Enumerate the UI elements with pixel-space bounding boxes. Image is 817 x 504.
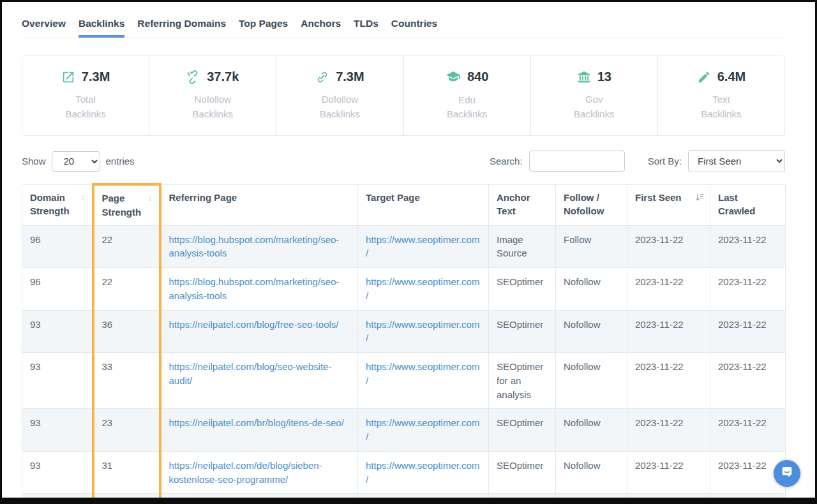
col-header-target-page[interactable]: Target Page bbox=[358, 184, 489, 225]
cell-anchor-text: SEOptimer bbox=[489, 494, 556, 504]
col-header-anchor-text[interactable]: Anchor Text bbox=[489, 184, 556, 225]
bank-icon bbox=[577, 70, 591, 84]
cell-domain-strength: 93 bbox=[22, 409, 93, 452]
cell-domain-strength: 93 bbox=[22, 494, 93, 504]
col-header-domain-strength[interactable]: Domain Strength ↓ bbox=[22, 184, 93, 225]
cell-domain-strength: 93 bbox=[22, 310, 93, 353]
page-size-control: Show 20 entries bbox=[22, 151, 135, 172]
backlinks-report-page: Overview Backlinks Referring Domains Top… bbox=[0, 0, 817, 504]
stat-label: Nofollow Backlinks bbox=[193, 93, 233, 121]
referring-page-link[interactable]: https://neilpatel.com/de/blog/sieben-kos… bbox=[169, 460, 322, 485]
table-row: 93 31 https://neilpatel.com/de/blog/sieb… bbox=[22, 451, 786, 494]
cell-first-seen: 2023-11-22 bbox=[627, 451, 710, 494]
cell-anchor-text: SEOptimer bbox=[489, 310, 556, 353]
col-header-first-seen[interactable]: First Seen bbox=[627, 184, 710, 225]
cell-anchor-text: SEOptimer bbox=[489, 409, 556, 452]
cell-anchor-text: SEOptimer bbox=[489, 451, 556, 494]
tab-top-pages[interactable]: Top Pages bbox=[239, 18, 288, 38]
cell-target-page: https://www.seoptimer.com/ bbox=[358, 268, 489, 311]
cell-page-strength: 33 bbox=[93, 353, 160, 409]
target-page-link[interactable]: https://www.seoptimer.com/ bbox=[366, 319, 479, 344]
cell-last-crawled: 2023-11-22 bbox=[710, 310, 786, 353]
target-page-link[interactable]: https://www.seoptimer.com/ bbox=[366, 361, 479, 386]
search-label: Search: bbox=[490, 156, 523, 167]
pencil-icon bbox=[697, 70, 711, 84]
cell-last-crawled: 2023-11-22 bbox=[710, 409, 786, 452]
tab-backlinks[interactable]: Backlinks bbox=[79, 18, 124, 38]
cell-follow: Nofollow bbox=[556, 353, 627, 409]
cell-referring-page: https://neilpatel.com/blog/seo-website-a… bbox=[160, 353, 358, 409]
col-header-follow-nofollow[interactable]: Follow / Nofollow bbox=[556, 184, 627, 225]
target-page-link[interactable]: https://www.seoptimer.com/ bbox=[366, 234, 479, 259]
search-input[interactable] bbox=[529, 151, 625, 172]
cell-page-strength: 22 bbox=[93, 225, 160, 268]
cell-follow: Nofollow bbox=[556, 451, 627, 494]
cell-first-seen: 2023-11-22 bbox=[627, 225, 710, 268]
stat-gov-backlinks: 13 Gov Backlinks bbox=[531, 56, 658, 135]
report-tabs: Overview Backlinks Referring Domains Top… bbox=[22, 18, 785, 38]
tab-countries[interactable]: Countries bbox=[391, 18, 437, 38]
cell-domain-strength: 93 bbox=[22, 353, 93, 409]
cell-last-crawled: 2023-11-22 bbox=[710, 268, 786, 311]
sort-amount-desc-icon bbox=[695, 192, 705, 206]
stat-total-backlinks: 7.3M Total Backlinks bbox=[22, 56, 149, 135]
cell-domain-strength: 93 bbox=[22, 451, 93, 494]
stat-label: Edu Backlinks bbox=[447, 93, 487, 122]
target-page-link[interactable]: https://www.seoptimer.com/ bbox=[366, 417, 479, 442]
graduation-cap-icon bbox=[446, 70, 461, 85]
tab-tlds[interactable]: TLDs bbox=[354, 18, 379, 38]
cell-anchor-text: SEOptimer for an analysis bbox=[489, 353, 556, 409]
target-page-link[interactable]: https://www.seoptimer.com/ bbox=[366, 460, 479, 485]
col-header-page-strength[interactable]: Page Strength ↓ bbox=[93, 184, 160, 225]
referring-page-link[interactable]: https://blog.hubspot.com/marketing/seo-a… bbox=[169, 276, 340, 301]
cell-referring-page: https://neilpatel.com/br/blog/itens-de-s… bbox=[160, 409, 358, 452]
col-header-referring-page[interactable]: Referring Page bbox=[160, 184, 358, 225]
referring-page-link[interactable]: https://blog.hubspot.com/marketing/seo-a… bbox=[169, 234, 340, 259]
cell-target-page: https://www.seoptimer.com/ bbox=[358, 225, 489, 268]
cell-follow: Follow bbox=[556, 225, 627, 268]
table-controls: Show 20 entries Search: Sort By: First S… bbox=[22, 150, 785, 172]
cell-target-page: https://www.seoptimer.com/ bbox=[358, 451, 489, 494]
cell-page-strength: 23 bbox=[93, 409, 160, 452]
cell-target-page: https://www.seoptimer.com/ bbox=[358, 310, 489, 353]
cell-page-strength: 22 bbox=[93, 268, 160, 311]
table-row: 96 22 https://blog.hubspot.com/marketing… bbox=[22, 225, 786, 268]
sort-by-label: Sort By: bbox=[648, 156, 682, 167]
col-header-last-crawled[interactable]: Last Crawled bbox=[710, 184, 786, 225]
tab-anchors[interactable]: Anchors bbox=[301, 18, 341, 38]
referring-page-link[interactable]: https://neilpatel.com/br/blog/itens-de-s… bbox=[169, 417, 344, 428]
cell-first-seen: 2023-11-22 bbox=[627, 353, 710, 409]
table-row: 93 33 https://neilpatel.com/blog/seo-web… bbox=[22, 353, 786, 409]
page-size-select[interactable]: 20 bbox=[52, 151, 100, 172]
external-link-icon bbox=[61, 70, 75, 84]
show-label: Show bbox=[22, 156, 46, 167]
cell-follow: Nofollow bbox=[556, 310, 627, 353]
cell-last-crawled: 2023-11-22 bbox=[710, 353, 786, 409]
target-page-link[interactable]: https://www.seoptimer.com/ bbox=[366, 276, 479, 301]
cell-last-crawled: 2023-11-22 bbox=[710, 225, 786, 268]
sort-by-select[interactable]: First Seen bbox=[688, 150, 785, 172]
tab-overview[interactable]: Overview bbox=[22, 18, 66, 38]
cell-target-page: https://www.seoptimer.com/ bbox=[358, 353, 489, 409]
stat-value: 37.7k bbox=[207, 70, 239, 84]
stat-label: Gov Backlinks bbox=[574, 93, 614, 121]
stat-value: 13 bbox=[597, 70, 611, 84]
referring-page-link[interactable]: https://neilpatel.com/blog/free-seo-tool… bbox=[169, 319, 339, 330]
referring-page-link[interactable]: https://neilpatel.com/blog/seo-website-a… bbox=[169, 361, 332, 386]
stat-nofollow-backlinks: 37.7k Nofollow Backlinks bbox=[149, 56, 276, 135]
stat-value: 7.3M bbox=[82, 70, 110, 84]
table-row: 93 21 https://neilpatel.com/es/blog/paso… bbox=[22, 494, 786, 504]
chat-launcher-button[interactable] bbox=[774, 460, 800, 487]
table-header-row: Domain Strength ↓ Page Strength ↓ Referr… bbox=[22, 184, 786, 225]
stats-card: 7.3M Total Backlinks 37.7k Nofollow Back… bbox=[22, 55, 785, 136]
cell-follow: Nofollow bbox=[556, 494, 627, 504]
table-row: 96 22 https://blog.hubspot.com/marketing… bbox=[22, 268, 786, 311]
cell-first-seen: 2023-11-22 bbox=[627, 494, 710, 504]
tab-referring-domains[interactable]: Referring Domains bbox=[137, 18, 226, 38]
cell-referring-page: https://neilpatel.com/de/blog/sieben-kos… bbox=[160, 451, 358, 494]
table-row: 93 23 https://neilpatel.com/br/blog/iten… bbox=[22, 409, 786, 452]
stat-text-backlinks: 6.4M Text Backlinks bbox=[658, 56, 784, 135]
cell-follow: Nofollow bbox=[556, 268, 627, 311]
stat-label: Dofollow Backlinks bbox=[320, 93, 360, 121]
report-content: Overview Backlinks Referring Domains Top… bbox=[2, 2, 815, 504]
